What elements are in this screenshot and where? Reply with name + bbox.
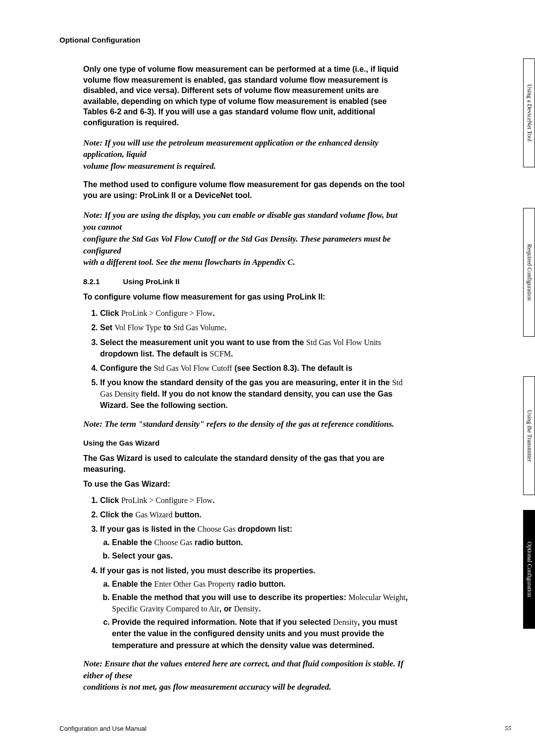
ui-label: Molecular Weight — [348, 593, 405, 602]
ui-label: Density — [333, 618, 358, 626]
ui-label: Choose Gas — [197, 525, 235, 533]
paragraph: The Gas Wizard is used to calculate the … — [83, 453, 411, 474]
list-item: Enable the method that you will use to d… — [112, 592, 411, 614]
ui-label: Choose Gas — [154, 538, 192, 547]
list-item: Click ProLink > Configure > Flow. — [100, 307, 411, 319]
glyph-row: configure the Std Gas Vol Flow Cutoff or… — [83, 233, 411, 257]
ui-label: Gas Wizard — [135, 510, 172, 519]
note-glyphs-b: Note: If you are using the display, you … — [83, 209, 411, 268]
steps-list-1: Click ProLink > Configure > Flow. Set Vo… — [100, 307, 411, 411]
page-number: 55 — [505, 724, 511, 732]
side-tabs: Using a DeviceNet Tool Required Configur… — [523, 0, 535, 756]
list-item: Enable the Choose Gas radio button. — [112, 537, 411, 548]
glyph-row: Note: If you are using the display, you … — [83, 209, 411, 233]
glyph-row: Note: If you will use the petroleum meas… — [83, 137, 411, 161]
tab-using-transmitter[interactable]: Using the Transmitter — [523, 376, 535, 495]
subsection-number: 8.2.1 — [83, 277, 121, 286]
ui-label: SCFM — [210, 350, 231, 358]
ui-label: Enter Other Gas Property — [154, 580, 235, 588]
glyph-row: Note: The term "standard density" refers… — [83, 418, 411, 430]
list-item: Click the Gas Wizard button. — [100, 509, 411, 520]
glyph-row: with a different tool. See the menu flow… — [83, 256, 411, 268]
lead-text: To use the Gas Wizard: — [83, 480, 411, 489]
substeps: Enable the Choose Gas radio button. Sele… — [112, 537, 411, 561]
note-glyphs-c: Note: The term "standard density" refers… — [83, 418, 411, 430]
list-item: Enable the Enter Other Gas Property radi… — [112, 578, 411, 590]
note-glyphs-a: Note: If you will use the petroleum meas… — [83, 137, 411, 172]
ui-label: Vol Flow Type — [114, 323, 161, 332]
list-item: Configure the Std Gas Vol Flow Cutoff (s… — [100, 362, 411, 374]
subsection-title: Using ProLink II — [123, 277, 179, 286]
list-item: Select the measurement unit you want to … — [100, 337, 411, 359]
footer-left: Configuration and Use Manual — [59, 725, 147, 732]
steps-list-2: Click ProLink > Configure > Flow. Click … — [100, 495, 411, 651]
glyph-row: volume flow measurement is required. — [83, 160, 411, 172]
ui-label: Specific Gravity Compared to Air — [112, 605, 219, 613]
intro-paragraph: Only one type of volume flow measurement… — [83, 64, 411, 128]
list-item: Set Vol Flow Type to Std Gas Volume. — [100, 322, 411, 333]
list-item: If your gas is listed in the Choose Gas … — [100, 523, 411, 562]
subsection-heading: 8.2.1 Using ProLink II — [83, 277, 411, 286]
list-item: Select your gas. — [112, 550, 411, 561]
list-item: Provide the required information. Note t… — [112, 616, 411, 651]
glyph-row: conditions is not met, gas flow measurem… — [83, 681, 411, 693]
ui-label: Std Gas Vol Flow Units — [306, 338, 381, 347]
ui-label: Density — [234, 605, 259, 613]
list-item: Click ProLink > Configure > Flow. — [100, 495, 411, 506]
tab-using-devicenet[interactable]: Using a DeviceNet Tool — [523, 58, 535, 167]
page-content: Optional Configuration Only one type of … — [0, 0, 411, 718]
tab-optional-config[interactable]: Optional Configuration — [523, 510, 535, 629]
menu-path: ProLink > Configure > Flow — [121, 309, 213, 317]
ui-label: Std Gas Vol Flow Cutoff — [154, 364, 232, 372]
content-area: Only one type of volume flow measurement… — [59, 64, 411, 693]
ui-label: Std Gas Volume — [173, 323, 224, 332]
tab-required-config[interactable]: Required Configuration — [523, 208, 535, 337]
menu-path: ProLink > Configure > Flow — [121, 496, 213, 504]
glyph-row: Note: Ensure that the values entered her… — [83, 658, 411, 682]
note-glyphs-d: Note: Ensure that the values entered her… — [83, 658, 411, 693]
block-heading: Using the Gas Wizard — [83, 439, 411, 447]
lead-text: To configure volume flow measurement for… — [83, 293, 411, 302]
list-item: If your gas is not listed, you must desc… — [100, 565, 411, 651]
page-header: Optional Configuration — [59, 36, 411, 44]
paragraph: The method used to configure volume flow… — [83, 179, 411, 201]
substeps: Enable the Enter Other Gas Property radi… — [112, 578, 411, 651]
list-item: If you know the standard density of the … — [100, 377, 411, 411]
